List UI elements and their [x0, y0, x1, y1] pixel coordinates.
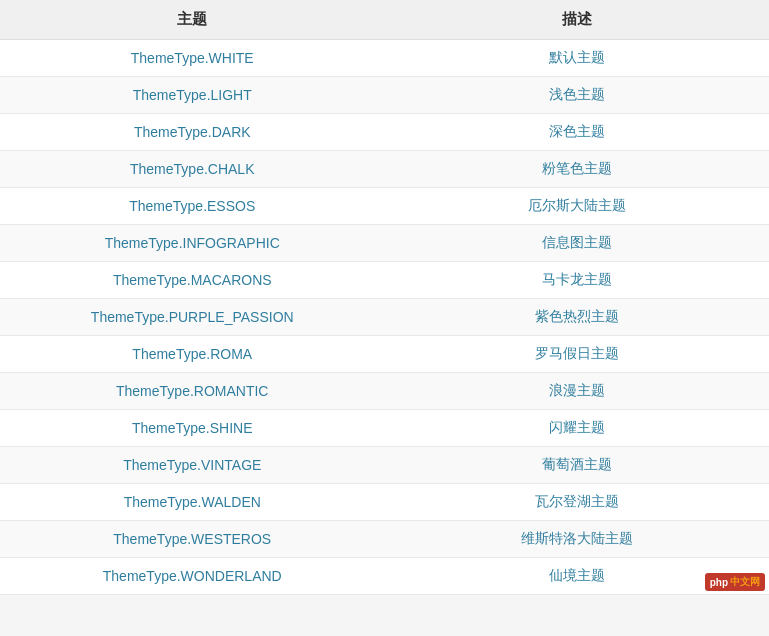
cell-description: 浅色主题: [385, 77, 770, 114]
table-header-row: 主题 描述: [0, 0, 769, 40]
cell-theme: ThemeType.DARK: [0, 114, 385, 151]
cell-description: 默认主题: [385, 40, 770, 77]
cell-description: 马卡龙主题: [385, 262, 770, 299]
table-row: ThemeType.WALDEN瓦尔登湖主题: [0, 484, 769, 521]
table-row: ThemeType.DARK深色主题: [0, 114, 769, 151]
cell-theme: ThemeType.WONDERLAND: [0, 558, 385, 595]
cell-description: 紫色热烈主题: [385, 299, 770, 336]
table-row: ThemeType.ROMANTIC浪漫主题: [0, 373, 769, 410]
cell-description: 厄尔斯大陆主题: [385, 188, 770, 225]
cell-description: 浪漫主题: [385, 373, 770, 410]
cell-description: 深色主题: [385, 114, 770, 151]
table-row: ThemeType.MACARONS马卡龙主题: [0, 262, 769, 299]
cell-description: 罗马假日主题: [385, 336, 770, 373]
table-row: ThemeType.ROMA罗马假日主题: [0, 336, 769, 373]
table-row: ThemeType.WONDERLAND仙境主题: [0, 558, 769, 595]
table-container: 主题 描述 ThemeType.WHITE默认主题ThemeType.LIGHT…: [0, 0, 769, 595]
cell-theme: ThemeType.ESSOS: [0, 188, 385, 225]
table-row: ThemeType.ESSOS厄尔斯大陆主题: [0, 188, 769, 225]
cell-theme: ThemeType.CHALK: [0, 151, 385, 188]
cell-theme: ThemeType.WHITE: [0, 40, 385, 77]
table-row: ThemeType.LIGHT浅色主题: [0, 77, 769, 114]
table-row: ThemeType.PURPLE_PASSION紫色热烈主题: [0, 299, 769, 336]
table-row: ThemeType.INFOGRAPHIC信息图主题: [0, 225, 769, 262]
cell-description: 维斯特洛大陆主题: [385, 521, 770, 558]
php-badge: php 中文网: [705, 573, 765, 591]
theme-table: 主题 描述 ThemeType.WHITE默认主题ThemeType.LIGHT…: [0, 0, 769, 595]
cell-theme: ThemeType.ROMA: [0, 336, 385, 373]
table-row: ThemeType.SHINE闪耀主题: [0, 410, 769, 447]
cell-theme: ThemeType.VINTAGE: [0, 447, 385, 484]
table-row: ThemeType.CHALK粉笔色主题: [0, 151, 769, 188]
cell-theme: ThemeType.INFOGRAPHIC: [0, 225, 385, 262]
cell-description: 粉笔色主题: [385, 151, 770, 188]
table-row: ThemeType.WHITE默认主题: [0, 40, 769, 77]
cell-theme: ThemeType.PURPLE_PASSION: [0, 299, 385, 336]
cell-theme: ThemeType.ROMANTIC: [0, 373, 385, 410]
cell-description: 闪耀主题: [385, 410, 770, 447]
header-description: 描述: [385, 0, 770, 40]
header-theme: 主题: [0, 0, 385, 40]
cn-label: 中文网: [730, 575, 760, 589]
php-label: php: [710, 577, 728, 588]
cell-theme: ThemeType.WESTEROS: [0, 521, 385, 558]
cell-theme: ThemeType.MACARONS: [0, 262, 385, 299]
cell-theme: ThemeType.LIGHT: [0, 77, 385, 114]
cell-description: 瓦尔登湖主题: [385, 484, 770, 521]
cell-description: 信息图主题: [385, 225, 770, 262]
table-row: ThemeType.VINTAGE葡萄酒主题: [0, 447, 769, 484]
cell-theme: ThemeType.WALDEN: [0, 484, 385, 521]
table-row: ThemeType.WESTEROS维斯特洛大陆主题: [0, 521, 769, 558]
cell-theme: ThemeType.SHINE: [0, 410, 385, 447]
cell-description: 葡萄酒主题: [385, 447, 770, 484]
